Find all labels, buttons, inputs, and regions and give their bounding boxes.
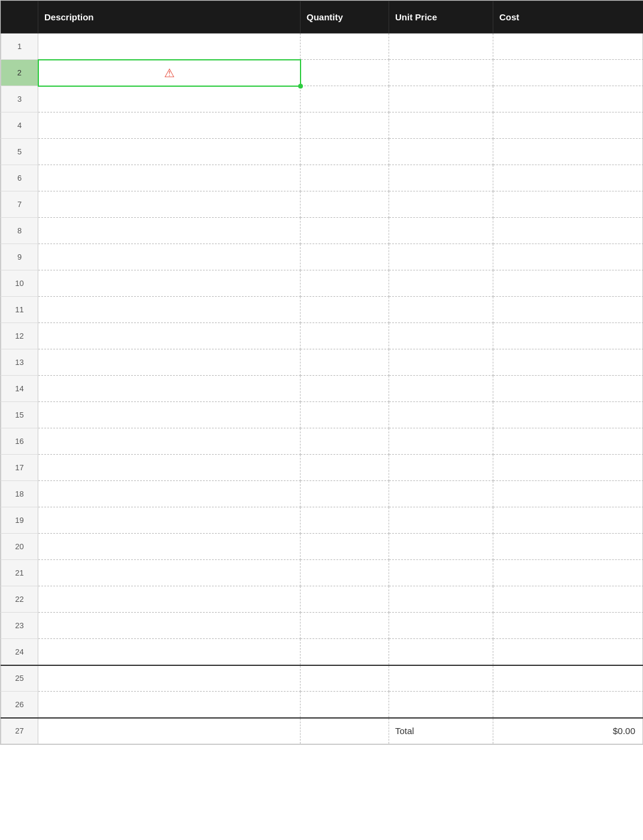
- quantity-cell[interactable]: [301, 455, 389, 481]
- quantity-cell[interactable]: [301, 244, 389, 270]
- quantity-cell[interactable]: [301, 139, 389, 165]
- quantity-cell[interactable]: [301, 534, 389, 560]
- quantity-cell[interactable]: [301, 297, 389, 323]
- quantity-cell[interactable]: [301, 428, 389, 455]
- quantity-cell[interactable]: [301, 586, 389, 613]
- description-cell[interactable]: [38, 376, 301, 402]
- unit-price-cell[interactable]: [389, 218, 493, 244]
- description-cell[interactable]: [38, 244, 301, 270]
- quantity-cell[interactable]: [301, 86, 389, 112]
- description-cell[interactable]: [38, 586, 301, 613]
- unit-price-cell[interactable]: [389, 586, 493, 613]
- unit-price-cell[interactable]: [389, 639, 493, 665]
- cost-cell[interactable]: [493, 428, 644, 455]
- unit-price-cell[interactable]: [389, 692, 493, 718]
- unit-price-cell[interactable]: [389, 60, 493, 86]
- cost-cell[interactable]: [493, 402, 644, 428]
- quantity-cell[interactable]: [301, 349, 389, 376]
- description-cell[interactable]: [38, 428, 301, 455]
- description-cell[interactable]: [38, 139, 301, 165]
- cost-cell[interactable]: [493, 191, 644, 218]
- quantity-cell[interactable]: [301, 60, 389, 86]
- cost-cell[interactable]: [493, 60, 644, 86]
- unit-price-cell[interactable]: [389, 139, 493, 165]
- cost-cell[interactable]: [493, 692, 644, 718]
- quantity-cell[interactable]: [301, 34, 389, 60]
- cost-cell[interactable]: [493, 34, 644, 60]
- cost-cell[interactable]: [493, 244, 644, 270]
- cost-cell[interactable]: [493, 165, 644, 191]
- cost-cell[interactable]: [493, 665, 644, 692]
- cost-cell[interactable]: [493, 86, 644, 112]
- description-cell[interactable]: [38, 270, 301, 297]
- quantity-cell[interactable]: [301, 323, 389, 349]
- description-cell[interactable]: [38, 349, 301, 376]
- description-cell[interactable]: [38, 560, 301, 586]
- unit-price-cell[interactable]: [389, 112, 493, 139]
- unit-price-cell[interactable]: [389, 323, 493, 349]
- quantity-cell[interactable]: [301, 507, 389, 534]
- unit-price-cell[interactable]: [389, 613, 493, 639]
- quantity-cell[interactable]: [301, 560, 389, 586]
- unit-price-cell[interactable]: [389, 507, 493, 534]
- cost-cell[interactable]: [493, 270, 644, 297]
- unit-price-cell[interactable]: [389, 165, 493, 191]
- cost-cell[interactable]: [493, 455, 644, 481]
- unit-price-cell[interactable]: [389, 86, 493, 112]
- quantity-cell[interactable]: [301, 112, 389, 139]
- cost-cell[interactable]: [493, 560, 644, 586]
- unit-price-cell[interactable]: [389, 402, 493, 428]
- unit-price-cell[interactable]: [389, 428, 493, 455]
- description-cell[interactable]: [38, 455, 301, 481]
- cost-cell[interactable]: [493, 507, 644, 534]
- description-cell[interactable]: [38, 34, 301, 60]
- quantity-cell[interactable]: [301, 165, 389, 191]
- unit-price-cell[interactable]: [389, 534, 493, 560]
- unit-price-cell[interactable]: [389, 191, 493, 218]
- quantity-cell[interactable]: [301, 191, 389, 218]
- quantity-cell[interactable]: [301, 613, 389, 639]
- description-cell-active[interactable]: ⚠: [38, 60, 301, 86]
- description-cell[interactable]: [38, 218, 301, 244]
- quantity-cell[interactable]: [301, 376, 389, 402]
- cost-cell[interactable]: [493, 481, 644, 507]
- cost-cell[interactable]: [493, 297, 644, 323]
- cost-cell[interactable]: [493, 218, 644, 244]
- quantity-cell[interactable]: [301, 639, 389, 665]
- description-cell[interactable]: [38, 534, 301, 560]
- unit-price-cell[interactable]: [389, 481, 493, 507]
- quantity-cell[interactable]: [301, 665, 389, 692]
- cost-cell[interactable]: [493, 586, 644, 613]
- cost-cell[interactable]: [493, 613, 644, 639]
- unit-price-cell[interactable]: [389, 560, 493, 586]
- cost-cell[interactable]: [493, 112, 644, 139]
- description-cell[interactable]: [38, 507, 301, 534]
- unit-price-cell[interactable]: [389, 270, 493, 297]
- cost-cell[interactable]: [493, 349, 644, 376]
- cost-cell[interactable]: [493, 376, 644, 402]
- cost-cell[interactable]: [493, 534, 644, 560]
- description-cell[interactable]: [38, 297, 301, 323]
- quantity-cell[interactable]: [301, 218, 389, 244]
- description-cell[interactable]: [38, 613, 301, 639]
- cost-cell[interactable]: [493, 639, 644, 665]
- description-cell[interactable]: [38, 639, 301, 665]
- unit-price-cell[interactable]: [389, 455, 493, 481]
- description-cell[interactable]: [38, 481, 301, 507]
- description-cell[interactable]: [38, 402, 301, 428]
- description-cell[interactable]: [38, 86, 301, 112]
- unit-price-cell[interactable]: [389, 34, 493, 60]
- description-cell[interactable]: [38, 323, 301, 349]
- unit-price-cell[interactable]: [389, 244, 493, 270]
- description-cell[interactable]: [38, 112, 301, 139]
- description-cell[interactable]: [38, 665, 301, 692]
- cost-cell[interactable]: [493, 323, 644, 349]
- description-cell[interactable]: [38, 692, 301, 718]
- unit-price-cell[interactable]: [389, 297, 493, 323]
- quantity-cell[interactable]: [301, 692, 389, 718]
- description-cell[interactable]: [38, 165, 301, 191]
- quantity-cell[interactable]: [301, 481, 389, 507]
- unit-price-cell[interactable]: [389, 665, 493, 692]
- description-cell[interactable]: [38, 191, 301, 218]
- quantity-cell[interactable]: [301, 270, 389, 297]
